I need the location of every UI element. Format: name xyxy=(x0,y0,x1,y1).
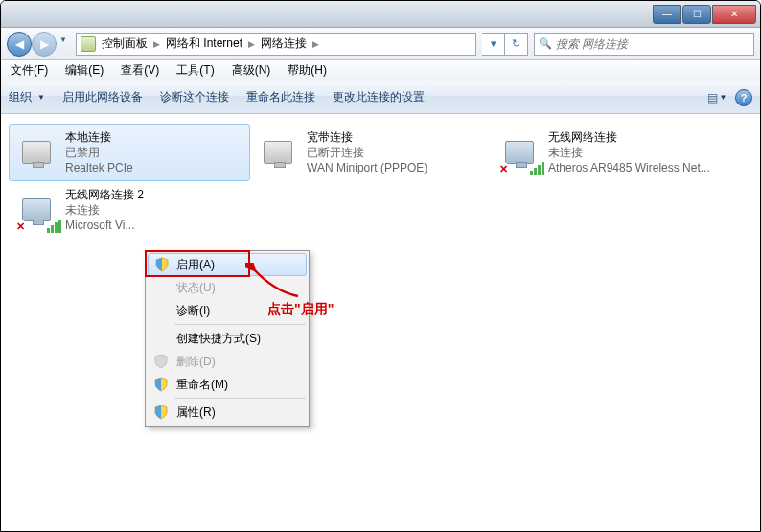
connection-item-wireless-2[interactable]: ✕ 无线网络连接 2 未连接 Microsoft Vi... xyxy=(9,181,250,239)
minimize-button[interactable]: — xyxy=(653,5,681,24)
cmd-rename[interactable]: 重命名此连接 xyxy=(246,89,315,105)
connection-device: WAN Miniport (PPPOE) xyxy=(307,160,427,175)
shield-icon xyxy=(153,405,169,420)
view-mode-button[interactable]: ▤▼ xyxy=(706,88,727,107)
content-area: 本地连接 已禁用 Realtek PCIe 宽带连接 已断开连接 WAN Min… xyxy=(1,114,760,531)
menu-view[interactable]: 查看(V) xyxy=(117,60,163,81)
shield-icon xyxy=(153,354,169,369)
signal-bars-icon xyxy=(47,220,61,233)
ctx-separator xyxy=(174,398,306,399)
menu-help[interactable]: 帮助(H) xyxy=(284,60,331,81)
context-menu: 启用(A) 状态(U) 诊断(I) 创建快捷方式(S) 删除(D) 重命名(M) xyxy=(145,250,310,427)
connection-item-local[interactable]: 本地连接 已禁用 Realtek PCIe xyxy=(9,124,250,181)
ctx-delete: 删除(D) xyxy=(148,350,307,373)
forward-button[interactable]: ▶ xyxy=(32,32,57,57)
error-overlay-icon: ✕ xyxy=(13,220,27,233)
menu-advanced[interactable]: 高级(N) xyxy=(228,60,275,81)
breadcrumb[interactable]: 控制面板▶ 网络和 Internet▶ 网络连接▶ xyxy=(76,33,476,56)
connection-icon xyxy=(15,131,58,173)
nav-history-dropdown[interactable]: ▼ xyxy=(57,32,70,49)
breadcrumb-dropdown[interactable]: ▾ xyxy=(482,33,505,56)
refresh-button[interactable]: ↻ xyxy=(505,33,528,56)
location-icon xyxy=(81,36,96,52)
close-button[interactable]: ✕ xyxy=(712,5,756,24)
menubar: 文件(F) 编辑(E) 查看(V) 工具(T) 高级(N) 帮助(H) xyxy=(1,60,760,81)
connection-name: 本地连接 xyxy=(65,129,133,145)
shield-icon xyxy=(153,377,169,392)
titlebar: — ☐ ✕ xyxy=(1,1,760,28)
breadcrumb-item[interactable]: 控制面板▶ xyxy=(102,35,160,52)
search-box[interactable]: 🔍 xyxy=(534,33,754,56)
back-button[interactable]: ◀ xyxy=(7,32,32,57)
ctx-rename[interactable]: 重命名(M) xyxy=(148,373,307,396)
search-input[interactable] xyxy=(556,37,749,51)
annotation-text: 点击"启用" xyxy=(267,301,334,318)
search-icon: 🔍 xyxy=(539,37,552,51)
ctx-separator xyxy=(174,324,306,325)
cmd-diagnose[interactable]: 诊断这个连接 xyxy=(160,89,229,105)
connection-item-wireless[interactable]: ✕ 无线网络连接 未连接 Atheros AR9485 Wireless Net… xyxy=(492,124,733,181)
ctx-create-shortcut[interactable]: 创建快捷方式(S) xyxy=(148,327,307,350)
addressbar: ◀ ▶ ▼ 控制面板▶ 网络和 Internet▶ 网络连接▶ ▾ ↻ 🔍 xyxy=(1,28,760,60)
connection-name: 无线网络连接 2 xyxy=(65,187,144,202)
signal-bars-icon xyxy=(530,162,544,175)
ctx-properties[interactable]: 属性(R) xyxy=(148,401,307,424)
connection-device: Microsoft Vi... xyxy=(65,218,144,233)
maximize-button[interactable]: ☐ xyxy=(682,5,711,24)
ctx-enable[interactable]: 启用(A) xyxy=(148,253,307,276)
error-overlay-icon: ✕ xyxy=(496,162,510,175)
connection-status: 已禁用 xyxy=(65,145,133,160)
connection-item-broadband[interactable]: 宽带连接 已断开连接 WAN Miniport (PPPOE) xyxy=(250,124,492,181)
connection-status: 未连接 xyxy=(65,202,144,218)
connection-icon xyxy=(257,131,299,173)
help-button[interactable]: ? xyxy=(735,89,752,106)
cmd-change-settings[interactable]: 更改此连接的设置 xyxy=(333,89,425,105)
breadcrumb-item[interactable]: 网络和 Internet▶ xyxy=(166,35,255,52)
connection-status: 未连接 xyxy=(548,145,710,160)
connection-icon: ✕ xyxy=(15,189,58,231)
cmd-organize[interactable]: 组织▼ xyxy=(9,89,45,105)
window-controls: — ☐ ✕ xyxy=(653,5,756,24)
connection-device: Atheros AR9485 Wireless Net... xyxy=(548,160,710,175)
connection-name: 宽带连接 xyxy=(307,129,427,145)
cmd-enable-device[interactable]: 启用此网络设备 xyxy=(62,89,143,105)
ctx-status: 状态(U) xyxy=(148,276,307,299)
command-bar: 组织▼ 启用此网络设备 诊断这个连接 重命名此连接 更改此连接的设置 ▤▼ ? xyxy=(1,81,760,114)
menu-tools[interactable]: 工具(T) xyxy=(173,60,218,81)
shield-icon xyxy=(154,257,170,272)
connection-icon: ✕ xyxy=(498,131,541,173)
menu-file[interactable]: 文件(F) xyxy=(7,60,52,81)
breadcrumb-item[interactable]: 网络连接▶ xyxy=(261,35,319,52)
connection-status: 已断开连接 xyxy=(307,145,427,160)
connection-name: 无线网络连接 xyxy=(548,129,710,145)
connection-device: Realtek PCIe xyxy=(65,160,133,175)
menu-edit[interactable]: 编辑(E) xyxy=(61,60,107,81)
